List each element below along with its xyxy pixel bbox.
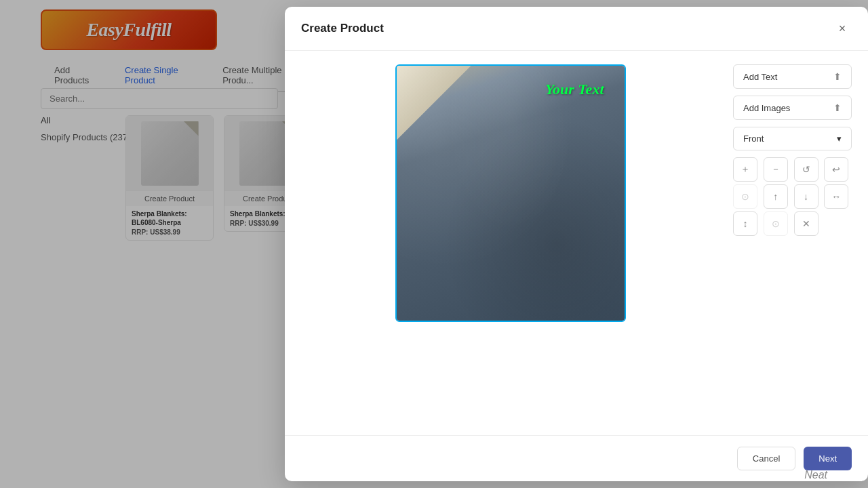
undo-button[interactable]: ↩ — [824, 157, 848, 182]
add-text-button[interactable]: Add Text ⬆ — [733, 64, 852, 89]
right-panel: Add Text ⬆ Add Images ⬆ Front ▾ ＋ － ↺ ↩ … — [733, 64, 852, 422]
front-dropdown[interactable]: Front ▾ — [733, 127, 852, 150]
modal-body: Your Text Add Text ⬆ Add Images ⬆ Front … — [285, 51, 868, 435]
canvas-area: Your Text — [301, 64, 719, 422]
blanket-preview: Your Text — [397, 66, 625, 321]
blanket-texture — [397, 66, 625, 321]
rotate-left-button[interactable]: ↺ — [794, 157, 818, 182]
create-product-modal: Create Product × Your Text Add Text ⬆ Ad… — [285, 7, 868, 481]
add-images-label: Add Images — [743, 103, 790, 113]
your-text-label: Your Text — [545, 81, 604, 98]
canvas-frame[interactable]: Your Text — [395, 64, 626, 322]
modal-header: Create Product × — [285, 7, 868, 51]
cancel-button[interactable]: Cancel — [737, 447, 795, 470]
move-left-button[interactable]: ↔ — [824, 184, 848, 209]
upload-icon-text: ⬆ — [833, 71, 842, 82]
move-right-button[interactable]: ↕ — [733, 211, 757, 236]
modal-footer: Cancel Next — [285, 435, 868, 481]
move-down-button[interactable]: ↓ — [794, 184, 818, 209]
upload-icon-images: ⬆ — [833, 102, 842, 113]
move-up-button[interactable]: ↑ — [764, 184, 788, 209]
neat-label: Neat — [804, 469, 827, 481]
add-images-button[interactable]: Add Images ⬆ — [733, 96, 852, 120]
zoom-in-button[interactable]: ＋ — [733, 157, 757, 182]
delete-button[interactable]: ✕ — [794, 211, 818, 236]
chevron-down-icon: ▾ — [837, 134, 842, 144]
modal-title: Create Product — [301, 22, 384, 35]
zoom-out-button[interactable]: － — [764, 157, 788, 182]
next-button[interactable]: Next — [804, 447, 852, 470]
front-label: Front — [743, 134, 764, 144]
target-button: ⊙ — [764, 211, 788, 236]
tool-grid: ＋ － ↺ ↩ ⊙ ↑ ↓ ↔ ↕ ⊙ ✕ — [733, 157, 852, 236]
add-text-label: Add Text — [743, 72, 777, 82]
modal-close-button[interactable]: × — [833, 19, 852, 38]
circle-button: ⊙ — [733, 184, 757, 209]
